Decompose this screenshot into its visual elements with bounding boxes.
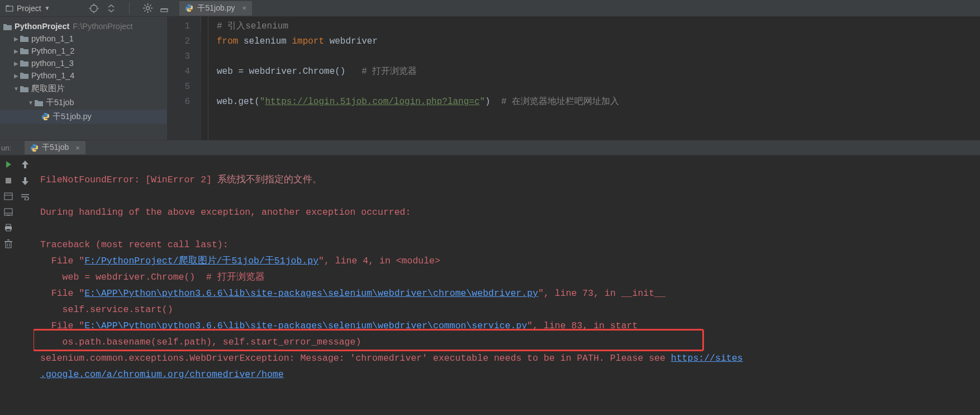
code-editor[interactable]: 1 2 3 4 5 6 # 引入selenium from selenium i…: [168, 17, 980, 140]
tree-root-name: PythonProject: [15, 22, 69, 31]
chevron-down-icon: ▼: [27, 100, 35, 106]
stop-icon[interactable]: [4, 177, 12, 185]
code-url: https://login.51job.com/login.php?lang=c: [265, 97, 479, 107]
code-str: ": [479, 97, 485, 107]
console-line: os.path.basename(self.path), self.start_…: [40, 337, 361, 347]
layout-icon[interactable]: [4, 192, 13, 200]
folder-icon: [35, 100, 45, 106]
console-line: 系统找不到指定的文件。: [217, 175, 322, 185]
svg-rect-21: [4, 209, 12, 215]
tree-item[interactable]: ▼爬取图片: [0, 82, 167, 96]
svg-line-13: [150, 11, 151, 12]
code-kw: import: [292, 36, 324, 46]
console-line: Traceback (most recent call last):: [40, 239, 229, 250]
project-tool-label[interactable]: Project ▼: [0, 4, 55, 13]
chevron-right-icon: ▶: [12, 60, 20, 67]
chevron-right-icon: ▶: [12, 73, 20, 79]
console-line: File ": [40, 320, 84, 331]
code-str: ": [260, 97, 265, 107]
tree-item-label: 干51job: [46, 97, 74, 108]
line-number: 4: [168, 64, 190, 79]
console-line: FileNotFoundError: [WinError 2]: [40, 175, 212, 185]
tree-item[interactable]: ▶python_1_1: [0, 32, 167, 45]
line-number: 5: [168, 79, 190, 95]
tree-item-label: python_1_3: [31, 59, 74, 68]
rerun-icon[interactable]: [4, 160, 13, 169]
arrow-up-icon[interactable]: [21, 160, 29, 169]
code-id: webdriver: [330, 36, 378, 46]
run-panel: FileNotFoundError: [WinError 2] 系统找不到指定的…: [0, 155, 980, 415]
console-link[interactable]: .google.com/a/chromium.org/chromedriver/…: [40, 369, 284, 380]
console-link[interactable]: F:/PythonProject/爬取图片/干51job/干51job.py: [84, 256, 318, 266]
separator: [129, 3, 130, 14]
svg-rect-0: [6, 6, 13, 11]
svg-rect-25: [6, 229, 11, 231]
tree-item[interactable]: ▶Python_1_4: [0, 69, 167, 82]
tree-item-label: 爬取图片: [31, 83, 65, 94]
code: ): [485, 97, 491, 107]
filter-icon[interactable]: [4, 208, 13, 216]
top-toolbar: Project ▼ 干51job.py ×: [0, 0, 980, 17]
console-line: selenium.common.exceptions.WebDriverExce…: [40, 353, 605, 364]
console-line: File ": [40, 256, 84, 266]
editor-tab[interactable]: 干51job.py ×: [179, 1, 252, 16]
console-line: ", line 73, in __init__: [538, 288, 665, 299]
chevron-right-icon: ▶: [12, 36, 20, 42]
close-icon[interactable]: ×: [242, 4, 246, 12]
collapse-icon[interactable]: [107, 4, 116, 13]
chevron-down-icon: ▼: [45, 5, 50, 11]
editor-gutter: 1 2 3 4 5 6: [168, 17, 201, 140]
wrap-icon[interactable]: [21, 194, 30, 200]
target-icon[interactable]: [89, 3, 99, 13]
line-number: 6: [168, 95, 190, 110]
code-comment: # 引入selenium: [217, 21, 288, 31]
folder-icon: [20, 60, 30, 67]
svg-rect-19: [4, 193, 12, 200]
project-tool-text: Project: [17, 4, 41, 13]
console-line: ", line 83, in start: [527, 320, 638, 331]
console-line: Please see: [605, 353, 671, 364]
python-file-icon: [30, 144, 39, 152]
hide-icon[interactable]: [160, 4, 168, 12]
tree-item[interactable]: ▶python_1_3: [0, 57, 167, 69]
svg-rect-18: [6, 178, 11, 183]
print-icon[interactable]: [4, 224, 13, 232]
line-number: 1: [168, 19, 190, 34]
console-line: ", line 4, in <module>: [318, 256, 440, 266]
console-line: File ": [40, 288, 84, 299]
tree-item-label: Python_1_4: [31, 71, 74, 80]
code-comment: # 在浏览器地址栏吧网址加入: [501, 97, 619, 107]
folder-icon: [20, 86, 30, 92]
svg-line-14: [145, 11, 146, 12]
close-icon[interactable]: ×: [75, 144, 80, 152]
console-link[interactable]: E:\APP\Python\python3.6.6\lib\site-packa…: [84, 288, 538, 299]
tree-item[interactable]: ▶Python_1_2: [0, 45, 167, 57]
code-id: selenium: [244, 36, 287, 46]
project-icon: [6, 4, 13, 12]
chevron-down-icon: ▼: [12, 86, 20, 92]
trash-icon[interactable]: [4, 239, 12, 248]
console-link[interactable]: https://sites: [671, 353, 743, 364]
console-line: web = webdriver.Chrome() # 打开浏览器: [40, 272, 265, 282]
svg-point-7: [146, 7, 150, 10]
folder-icon: [3, 23, 13, 30]
run-side-toolbar: [0, 155, 34, 415]
tree-item[interactable]: ▼干51job: [0, 96, 167, 110]
tree-item-selected[interactable]: 干51job.py: [0, 110, 167, 124]
tree-item-label: 干51job.py: [53, 111, 92, 122]
code: web.get(: [217, 97, 260, 107]
line-number: 2: [168, 34, 190, 49]
code-area[interactable]: # 引入selenium from selenium import webdri…: [201, 17, 980, 140]
project-tree[interactable]: PythonProject F:\PythonProject ▶python_1…: [0, 17, 168, 140]
arrow-down-icon[interactable]: [21, 177, 29, 186]
editor-tab-label: 干51job.py: [197, 3, 235, 13]
tree-item-label: python_1_1: [31, 34, 74, 43]
line-number: 3: [168, 49, 190, 64]
tree-root[interactable]: PythonProject F:\PythonProject: [0, 20, 167, 32]
chevron-right-icon: ▶: [12, 48, 20, 54]
gear-icon[interactable]: [143, 3, 153, 13]
console-link[interactable]: E:\APP\Python\python3.6.6\lib\site-packa…: [84, 320, 527, 331]
run-tab[interactable]: 干51job ×: [25, 141, 85, 154]
code-kw: from: [217, 36, 238, 46]
console-output[interactable]: FileNotFoundError: [WinError 2] 系统找不到指定的…: [34, 155, 980, 415]
